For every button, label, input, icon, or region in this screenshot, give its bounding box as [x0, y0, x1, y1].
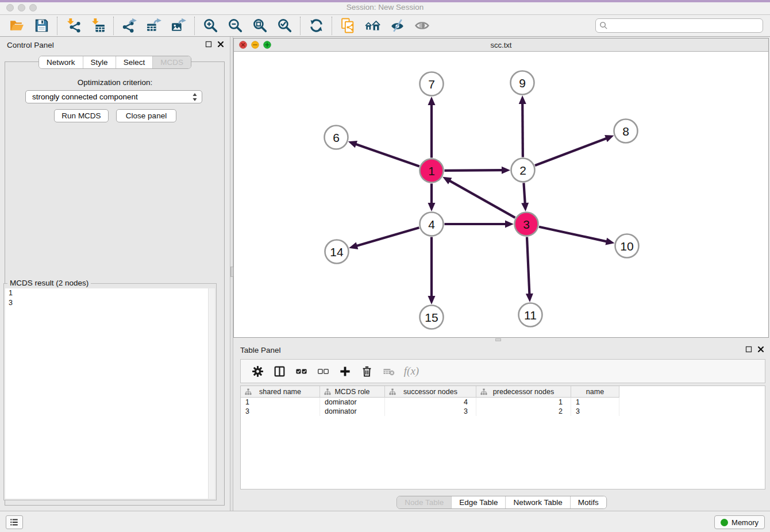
trash-button[interactable]	[356, 361, 378, 381]
network-window-titlebar[interactable]: scc.txt	[234, 38, 768, 52]
node-8[interactable]: 8	[614, 119, 638, 143]
edge-4-14[interactable]	[349, 228, 419, 249]
column-label: predecessor nodes	[493, 388, 554, 396]
node-4[interactable]: 4	[420, 213, 444, 236]
node-10[interactable]: 10	[615, 234, 639, 258]
toolbar-separator	[113, 17, 114, 35]
node-label-15: 15	[425, 311, 438, 324]
close-panel-icon[interactable]	[217, 41, 224, 48]
show-graphics-eye-button[interactable]	[410, 16, 434, 36]
node-2[interactable]: 2	[511, 159, 535, 182]
cell-shared_name[interactable]: 1	[241, 398, 320, 407]
cell-predecessor_nodes[interactable]: 1	[476, 398, 571, 407]
node-table-rows: 1dominator4113dominator323	[241, 398, 765, 416]
zoom-selected-button[interactable]	[272, 16, 297, 36]
column-header-successor-nodes[interactable]: successor nodes	[385, 386, 476, 398]
mcds-result-list[interactable]: 13	[5, 288, 215, 499]
gear-button[interactable]	[247, 361, 268, 381]
hide-annotations-button[interactable]	[385, 16, 410, 36]
edge-1-2[interactable]	[444, 167, 510, 174]
export-network-button[interactable]	[117, 16, 142, 36]
copy-network-button[interactable]	[336, 16, 360, 36]
dropdown-stepper-icon	[192, 92, 198, 103]
node-1[interactable]: 1	[420, 159, 444, 183]
node-label-8: 8	[622, 125, 629, 138]
tab-network[interactable]: Network	[39, 56, 83, 68]
cell-name[interactable]: 1	[571, 398, 619, 407]
edge-2-9[interactable]	[519, 95, 526, 157]
cell-successor_nodes[interactable]: 4	[385, 398, 476, 407]
edge-3-11[interactable]	[526, 237, 533, 302]
node-3[interactable]: 3	[515, 213, 538, 236]
export-image-button[interactable]	[167, 16, 191, 36]
export-network-icon	[122, 18, 137, 33]
tab-node-table[interactable]: Node Table	[397, 496, 451, 508]
float-table-panel-icon[interactable]	[745, 346, 752, 353]
network-graph-canvas[interactable]: 7968124314101511	[234, 52, 768, 337]
import-table-button[interactable]	[86, 16, 110, 36]
open-folder-button[interactable]	[5, 16, 29, 36]
columns-button[interactable]	[268, 361, 290, 381]
edge-3-1[interactable]	[442, 177, 515, 218]
memory-label: Memory	[732, 518, 759, 527]
node-15[interactable]: 15	[420, 306, 444, 329]
close-panel-button[interactable]: Close panel	[116, 109, 176, 122]
refresh-button[interactable]	[304, 16, 329, 36]
tab-edge-table[interactable]: Edge Table	[451, 496, 505, 508]
select-all-button[interactable]	[290, 361, 312, 381]
run-mcds-button[interactable]: Run MCDS	[54, 109, 109, 122]
import-network-button[interactable]	[61, 16, 86, 36]
column-label: name	[586, 388, 604, 396]
node-7[interactable]: 7	[420, 72, 444, 96]
edge-2-3[interactable]	[521, 183, 529, 211]
cell-shared_name[interactable]: 3	[241, 407, 320, 416]
cell-mcds_role[interactable]: dominator	[320, 398, 385, 407]
home-button[interactable]	[360, 16, 385, 36]
tab-motifs[interactable]: Motifs	[570, 496, 606, 508]
node-14[interactable]: 14	[325, 240, 349, 264]
zoom-in-button[interactable]	[198, 16, 223, 36]
edge-4-3[interactable]	[445, 221, 514, 228]
column-label: MCDS role	[334, 388, 369, 396]
zoom-fit-button[interactable]	[248, 16, 272, 36]
export-table-button[interactable]	[142, 16, 167, 36]
column-header-name[interactable]: name	[571, 386, 619, 398]
show-panels-button[interactable]	[6, 515, 23, 529]
node-6[interactable]: 6	[325, 126, 348, 149]
float-panel-icon[interactable]	[205, 41, 212, 48]
add-button[interactable]	[334, 361, 356, 381]
table-row[interactable]: 3dominator323	[241, 407, 765, 416]
import-network-icon	[66, 18, 81, 33]
zoom-out-button[interactable]	[223, 16, 248, 36]
criterion-dropdown[interactable]: strongly connected component	[25, 90, 202, 103]
node-9[interactable]: 9	[511, 71, 534, 95]
tab-style[interactable]: Style	[83, 56, 116, 68]
tab-network-table[interactable]: Network Table	[506, 496, 570, 508]
edge-1-4[interactable]	[428, 184, 436, 212]
column-header-shared-name[interactable]: shared name	[241, 386, 320, 398]
edge-3-10[interactable]	[539, 227, 615, 245]
tab-mcds[interactable]: MCDS	[152, 56, 191, 68]
cell-successor_nodes[interactable]: 3	[385, 407, 476, 416]
table-panel: Table Panel f(x) shared nameMCDS rolesuc…	[233, 342, 770, 511]
save-button[interactable]	[29, 16, 54, 36]
column-header-MCDS-role[interactable]: MCDS role	[320, 386, 385, 398]
edge-2-8[interactable]	[535, 135, 614, 165]
cell-mcds_role[interactable]: dominator	[320, 407, 385, 416]
tab-select[interactable]: Select	[116, 56, 153, 68]
close-table-panel-icon[interactable]	[757, 346, 764, 353]
control-panel: Control Panel NetworkStyleSelectMCDS Opt…	[0, 37, 230, 511]
result-scrollbar[interactable]	[208, 288, 215, 499]
edge-4-15[interactable]	[428, 237, 436, 305]
cell-predecessor_nodes[interactable]: 2	[476, 407, 571, 416]
table-row[interactable]: 1dominator411	[241, 398, 765, 407]
edge-1-6[interactable]	[348, 141, 419, 167]
edge-1-7[interactable]	[428, 97, 436, 158]
node-11[interactable]: 11	[519, 303, 542, 327]
search-input[interactable]	[595, 18, 763, 33]
column-header-predecessor-nodes[interactable]: predecessor nodes	[476, 386, 571, 398]
horizontal-split-grip[interactable]	[495, 338, 501, 341]
cell-name[interactable]: 3	[571, 407, 619, 416]
deselect-all-button[interactable]	[312, 361, 334, 381]
memory-button[interactable]: Memory	[714, 515, 765, 529]
